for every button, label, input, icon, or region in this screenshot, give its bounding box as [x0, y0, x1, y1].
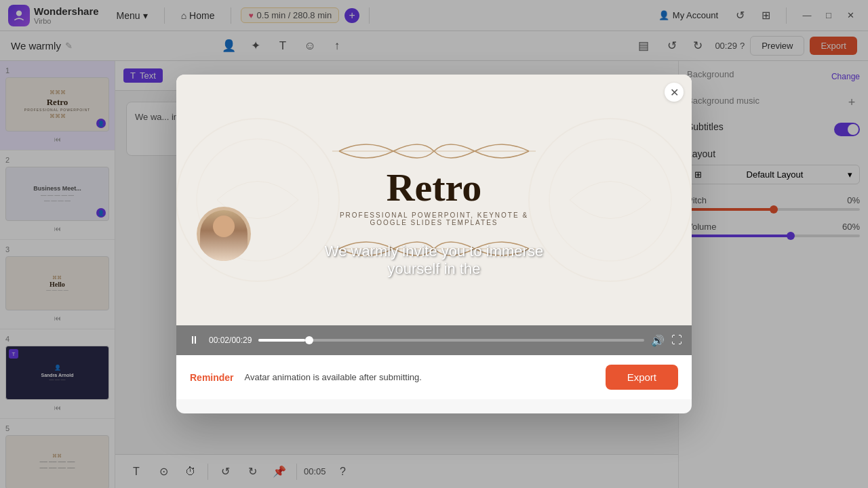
retro-subtitle-text: PROFESSIONAL POWERPOINT, KEYNOTE & GOOGL… [340, 211, 528, 226]
modal-preview-area: Retro PROFESSIONAL POWERPOINT, KEYNOTE &… [176, 75, 692, 325]
current-time: 00:02/00:29 [209, 336, 252, 345]
retro-title-text: Retro [387, 168, 482, 207]
preview-modal: ✕ Retro PRO [176, 75, 692, 413]
export-modal-button[interactable]: Export [606, 365, 678, 390]
modal-close-button[interactable]: ✕ [665, 83, 684, 102]
reminder-label: Reminder [190, 372, 234, 383]
progress-fill [258, 339, 304, 342]
video-controls: ⏸ 00:02/00:29 🔊 ⛶ [176, 325, 692, 355]
progress-bar[interactable] [258, 339, 644, 342]
top-ornament [326, 134, 542, 168]
progress-dot [305, 336, 313, 344]
pause-button[interactable]: ⏸ [186, 334, 202, 346]
volume-button[interactable]: 🔊 [651, 334, 665, 347]
caption-overlay: We warmly invite you to immerse yourself… [176, 243, 692, 278]
fullscreen-button[interactable]: ⛶ [671, 334, 682, 346]
retro-slide-content: Retro PROFESSIONAL POWERPOINT, KEYNOTE &… [176, 75, 692, 325]
modal-overlay: ✕ Retro PRO [0, 0, 868, 488]
modal-footer: Reminder Avatar animation is available a… [176, 355, 692, 399]
reminder-text: Avatar animation is available after subm… [245, 372, 595, 382]
